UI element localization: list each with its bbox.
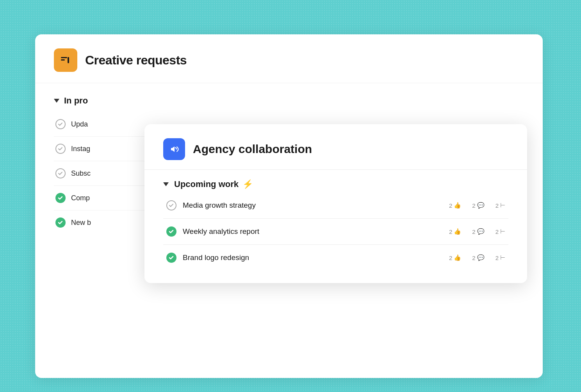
task-label: Subsc	[71, 169, 91, 178]
comment-icon: 💬	[477, 202, 485, 209]
overlay-task-label: Brand logo redesign	[183, 253, 438, 262]
meta-subtasks: 2 ⊢	[495, 228, 505, 235]
subtasks-count: 2	[495, 255, 499, 261]
subtasks-count: 2	[495, 202, 499, 209]
main-card: Creative requests In pro Upda Instag	[35, 34, 543, 378]
likes-count: 2	[449, 228, 452, 235]
overlay-header: Agency collaboration	[144, 124, 527, 170]
thumbs-up-icon: 👍	[454, 254, 461, 261]
overlay-section-title: Upcoming work	[174, 179, 239, 189]
task-label: Instag	[71, 145, 90, 153]
comment-icon: 💬	[477, 254, 485, 261]
meta-subtasks: 2 ⊢	[495, 202, 505, 209]
meta-subtasks: 2 ⊢	[495, 254, 505, 261]
likes-count: 2	[449, 202, 452, 209]
main-title: Creative requests	[85, 53, 187, 68]
meta-likes: 2 👍	[449, 228, 461, 235]
svg-rect-0	[61, 57, 67, 58]
meta-likes: 2 👍	[449, 202, 461, 209]
comments-count: 2	[472, 202, 475, 209]
check-circle-empty[interactable]	[55, 119, 66, 129]
overlay-title: Agency collaboration	[193, 143, 312, 156]
lightning-icon: ⚡	[242, 179, 253, 189]
check-circle-empty[interactable]	[55, 144, 66, 154]
check-circle-empty[interactable]	[166, 200, 176, 210]
meta-likes: 2 👍	[449, 254, 461, 261]
section-header: In pro	[54, 96, 524, 106]
check-circle-filled[interactable]	[55, 193, 66, 203]
check-circle-filled[interactable]	[166, 253, 176, 263]
overlay-section: Upcoming work ⚡ Media growth strategy 2 …	[144, 170, 527, 271]
main-app-icon	[54, 48, 77, 72]
overlay-task-item: Media growth strategy 2 👍 2 💬 2 ⊢	[163, 192, 508, 219]
check-circle-filled[interactable]	[166, 226, 176, 237]
comments-count: 2	[472, 228, 475, 235]
meta-comments: 2 💬	[472, 254, 484, 261]
task-label: Comp	[71, 194, 90, 202]
subtask-icon: ⊢	[500, 202, 505, 209]
thumbs-up-icon: 👍	[454, 202, 461, 209]
thumbs-up-icon: 👍	[454, 228, 461, 235]
meta-comments: 2 💬	[472, 202, 484, 209]
overlay-task-item: Brand logo redesign 2 👍 2 💬 2 ⊢	[163, 245, 508, 271]
overlay-task-list: Media growth strategy 2 👍 2 💬 2 ⊢	[163, 192, 508, 271]
chevron-down-icon[interactable]	[163, 182, 169, 186]
subtasks-count: 2	[495, 228, 499, 235]
svg-rect-1	[61, 59, 65, 61]
subtask-icon: ⊢	[500, 254, 505, 261]
chevron-down-icon[interactable]	[54, 99, 59, 103]
overlay-task-label: Media growth strategy	[183, 201, 438, 210]
main-header: Creative requests	[35, 34, 543, 83]
overlay-app-icon	[163, 138, 185, 160]
overlay-section-header: Upcoming work ⚡	[163, 179, 508, 189]
subtask-icon: ⊢	[500, 228, 505, 235]
svg-rect-2	[68, 57, 69, 63]
overlay-task-label: Weekly analytics report	[183, 227, 438, 236]
overlay-card: Agency collaboration Upcoming work ⚡ Med…	[144, 124, 527, 283]
meta-comments: 2 💬	[472, 228, 484, 235]
overlay-task-item: Weekly analytics report 2 👍 2 💬 2 ⊢	[163, 219, 508, 245]
likes-count: 2	[449, 255, 452, 261]
section-title: In pro	[64, 96, 88, 106]
task-label: Upda	[71, 120, 88, 128]
check-circle-empty[interactable]	[55, 168, 66, 178]
comments-count: 2	[472, 255, 475, 261]
comment-icon: 💬	[477, 228, 485, 235]
check-circle-filled[interactable]	[55, 217, 66, 228]
task-label: New b	[71, 219, 91, 227]
